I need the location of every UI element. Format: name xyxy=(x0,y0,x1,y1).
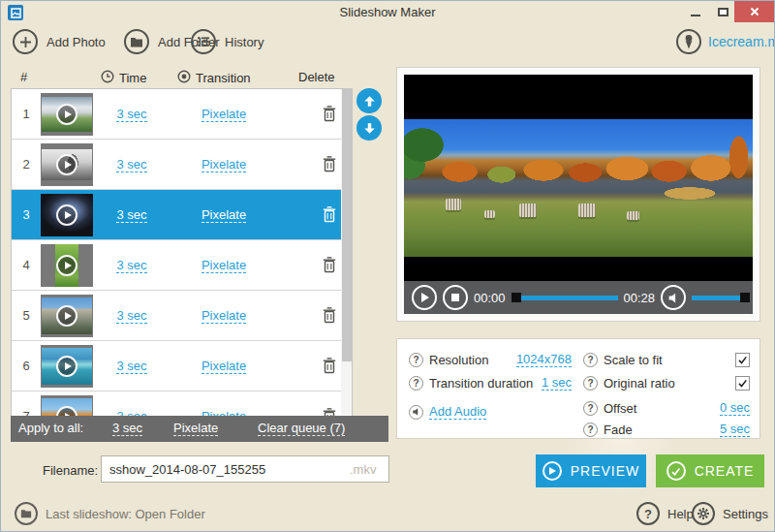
time-link[interactable]: 3 sec xyxy=(116,207,146,223)
volume-slider[interactable] xyxy=(692,293,750,302)
photo-thumbnail[interactable] xyxy=(41,93,93,136)
fade-label: Fade xyxy=(604,422,714,437)
transition-link[interactable]: Pixelate xyxy=(202,157,246,172)
transition-link[interactable]: Pixelate xyxy=(202,207,246,223)
total-time: 00:28 xyxy=(624,291,656,305)
clear-queue-link[interactable]: Clear queue (7) xyxy=(258,421,345,436)
original-ratio-label: Original ratio xyxy=(604,376,729,391)
preview-label: PREVIEW xyxy=(571,463,640,479)
time-link[interactable]: 3 sec xyxy=(116,157,146,172)
settings-button[interactable]: Settings xyxy=(692,502,768,525)
lawn-table xyxy=(627,211,639,220)
plus-icon xyxy=(13,29,38,54)
clock-icon xyxy=(101,70,114,86)
question-icon: ? xyxy=(409,376,423,391)
play-overlay-icon xyxy=(41,295,93,337)
row-number: 6 xyxy=(12,359,41,373)
brand-link[interactable]: Icecream.me xyxy=(676,29,775,54)
filename-input[interactable] xyxy=(101,455,389,483)
fade-value-link[interactable]: 5 sec xyxy=(720,422,750,437)
column-header-transition: Transition xyxy=(177,70,251,86)
settings-label: Settings xyxy=(723,507,768,521)
video-preview[interactable] xyxy=(404,75,753,281)
time-link[interactable]: 3 sec xyxy=(116,107,146,122)
help-button[interactable]: ? Help xyxy=(636,502,694,525)
move-up-button[interactable] xyxy=(356,88,382,113)
queue-row[interactable]: 23 secPixelate xyxy=(12,140,352,190)
play-overlay-icon xyxy=(41,244,93,287)
add-audio-row: Add Audio xyxy=(409,403,486,421)
tall-tree xyxy=(722,125,753,197)
resolution-label: Resolution xyxy=(429,353,511,367)
queue-row[interactable]: 33 secPixelate xyxy=(12,190,352,240)
history-button[interactable]: History xyxy=(191,29,264,54)
photo-thumbnail[interactable] xyxy=(41,194,93,236)
app-window: Slideshow Maker Add Photo Add Folder His… xyxy=(0,0,775,532)
scrollbar-thumb[interactable] xyxy=(342,89,352,361)
transition-duration-label: Transition duration xyxy=(429,376,536,391)
seek-thumb[interactable] xyxy=(512,293,521,302)
stop-button[interactable] xyxy=(443,285,468,310)
seek-track[interactable] xyxy=(521,296,618,300)
seek-slider[interactable] xyxy=(512,293,618,302)
create-button[interactable]: CREATE xyxy=(656,454,764,487)
scale-to-fit-label: Scale to fit xyxy=(604,353,729,367)
row-number: 4 xyxy=(12,258,41,272)
play-overlay-icon xyxy=(41,143,93,186)
add-photo-button[interactable]: Add Photo xyxy=(13,29,106,54)
queue-row[interactable]: 53 secPixelate xyxy=(12,291,352,341)
photo-thumbnail[interactable] xyxy=(41,244,93,287)
preview-button[interactable]: PREVIEW xyxy=(536,454,646,487)
resolution-value-link[interactable]: 1024x768 xyxy=(516,352,572,367)
column-header-delete: Delete xyxy=(298,70,335,84)
time-link[interactable]: 3 sec xyxy=(116,308,146,324)
minimize-button[interactable] xyxy=(683,1,708,22)
volume-thumb[interactable] xyxy=(740,293,750,302)
close-button[interactable] xyxy=(734,1,775,22)
maximize-button[interactable] xyxy=(710,1,735,22)
photo-thumbnail[interactable] xyxy=(41,345,93,388)
offset-label: Offset xyxy=(604,401,714,416)
play-button[interactable] xyxy=(412,285,437,310)
history-label: History xyxy=(225,35,264,49)
queue-rows: 13 secPixelate23 secPixelate33 secPixela… xyxy=(12,89,352,442)
photo-thumbnail[interactable] xyxy=(41,295,93,337)
lawn-chair xyxy=(578,203,596,217)
original-ratio-checkbox[interactable] xyxy=(735,376,750,391)
open-folder-link[interactable]: Last slideshow: Open Folder xyxy=(15,502,205,525)
queue-row[interactable]: 63 secPixelate xyxy=(12,341,352,391)
volume-button[interactable] xyxy=(661,285,686,310)
time-link[interactable]: 3 sec xyxy=(116,359,146,374)
transition-link[interactable]: Pixelate xyxy=(202,359,246,374)
apply-time-link[interactable]: 3 sec xyxy=(112,421,142,436)
photo-thumbnail[interactable] xyxy=(41,143,93,186)
move-down-button[interactable] xyxy=(356,115,382,141)
pond-reeds xyxy=(655,185,725,202)
create-label: CREATE xyxy=(695,463,755,479)
volume-track[interactable] xyxy=(692,296,740,300)
time-link[interactable]: 3 sec xyxy=(116,258,146,273)
scrollbar-track[interactable] xyxy=(341,89,353,415)
folder-icon xyxy=(124,29,149,54)
row-number: 3 xyxy=(12,207,41,222)
add-audio-link[interactable]: Add Audio xyxy=(429,404,486,420)
photo-queue-list: 13 secPixelate23 secPixelate33 secPixela… xyxy=(11,88,353,442)
help-label: Help xyxy=(667,507,694,521)
last-slideshow-label: Last slideshow: Open Folder xyxy=(46,507,205,521)
queue-row[interactable]: 13 secPixelate xyxy=(12,89,352,140)
transition-duration-value-link[interactable]: 1 sec xyxy=(542,375,572,391)
play-overlay-icon xyxy=(41,194,93,236)
current-time: 00:00 xyxy=(474,291,506,305)
scale-to-fit-checkbox[interactable] xyxy=(735,353,750,367)
question-icon: ? xyxy=(583,401,598,416)
apply-transition-link[interactable]: Pixelate xyxy=(173,421,218,436)
filename-label: Filename: xyxy=(43,463,98,478)
play-overlay-icon xyxy=(41,345,93,388)
transition-link[interactable]: Pixelate xyxy=(202,258,246,273)
scale-to-fit-row: ? Scale to fit xyxy=(583,351,750,368)
queue-row[interactable]: 43 secPixelate xyxy=(12,240,352,291)
transition-link[interactable]: Pixelate xyxy=(202,308,246,324)
transition-link[interactable]: Pixelate xyxy=(202,107,246,122)
window-title: Slideshow Maker xyxy=(1,5,774,19)
offset-value-link[interactable]: 0 sec xyxy=(720,400,750,416)
